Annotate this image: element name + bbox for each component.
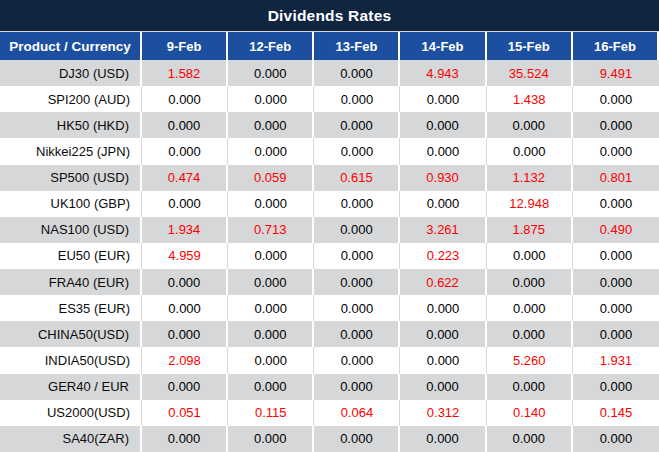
value-cell: 0.000	[142, 86, 228, 112]
table-row: CHINA50(USD)0.0000.0000.0000.0000.0000.0…	[0, 321, 659, 347]
value-cell: 0.000	[487, 426, 573, 452]
value-cell: 0.713	[228, 217, 314, 243]
value-cell: 0.000	[142, 191, 228, 217]
value-cell: 0.000	[314, 426, 400, 452]
value-cell: 0.000	[573, 269, 659, 295]
value-cell: 1.438	[487, 86, 573, 112]
value-cell: 0.051	[142, 400, 228, 426]
table-body: DJ30 (USD)1.5820.0000.0004.94335.5249.49…	[0, 60, 659, 452]
product-cell: CHINA50(USD)	[0, 321, 142, 347]
value-cell: 0.615	[314, 165, 400, 191]
value-cell: 0.000	[142, 374, 228, 400]
value-cell: 1.875	[487, 217, 573, 243]
date-header: 13-Feb	[314, 32, 400, 60]
value-cell: 0.000	[314, 86, 400, 112]
table-row: SPI200 (AUD)0.0000.0000.0000.0001.4380.0…	[0, 86, 659, 112]
value-cell: 0.000	[228, 112, 314, 138]
value-cell: 0.115	[228, 400, 314, 426]
value-cell: 0.000	[228, 426, 314, 452]
value-cell: 0.000	[314, 347, 400, 373]
value-cell: 1.934	[142, 217, 228, 243]
value-cell: 0.801	[573, 165, 659, 191]
value-cell: 0.000	[314, 321, 400, 347]
value-cell: 0.930	[400, 165, 486, 191]
value-cell: 0.000	[314, 60, 400, 86]
value-cell: 0.145	[573, 400, 659, 426]
value-cell: 0.000	[314, 269, 400, 295]
value-cell: 2.098	[142, 347, 228, 373]
value-cell: 0.000	[487, 269, 573, 295]
value-cell: 0.000	[142, 112, 228, 138]
table-row: SP500 (USD)0.4740.0590.6150.9301.1320.80…	[0, 165, 659, 191]
value-cell: 0.000	[228, 191, 314, 217]
table-row: ES35 (EUR)0.0000.0000.0000.0000.0000.000	[0, 295, 659, 321]
value-cell: 0.000	[228, 60, 314, 86]
value-cell: 0.000	[314, 191, 400, 217]
value-cell: 0.000	[573, 295, 659, 321]
value-cell: 5.260	[487, 347, 573, 373]
value-cell: 0.000	[228, 321, 314, 347]
value-cell: 0.474	[142, 165, 228, 191]
date-header: 14-Feb	[400, 32, 486, 60]
product-currency-header: Product / Currency	[0, 32, 142, 60]
table-row: UK100 (GBP)0.0000.0000.0000.00012.9480.0…	[0, 191, 659, 217]
value-cell: 0.000	[142, 269, 228, 295]
product-cell: Nikkei225 (JPN)	[0, 138, 142, 164]
dividends-rates-table: Dividends Rates Product / Currency 9-Feb…	[0, 0, 659, 452]
value-cell: 0.000	[142, 426, 228, 452]
date-header: 16-Feb	[573, 32, 659, 60]
value-cell: 0.000	[487, 243, 573, 269]
value-cell: 1.132	[487, 165, 573, 191]
value-cell: 0.000	[573, 321, 659, 347]
value-cell: 0.000	[573, 191, 659, 217]
value-cell: 0.064	[314, 400, 400, 426]
value-cell: 0.000	[400, 191, 486, 217]
value-cell: 0.000	[142, 295, 228, 321]
value-cell: 0.000	[573, 112, 659, 138]
value-cell: 1.931	[573, 347, 659, 373]
value-cell: 0.000	[228, 295, 314, 321]
value-cell: 0.059	[228, 165, 314, 191]
table-header-row: Product / Currency 9-Feb12-Feb13-Feb14-F…	[0, 32, 659, 60]
table-title: Dividends Rates	[0, 0, 659, 32]
value-cell: 0.000	[573, 138, 659, 164]
value-cell: 0.000	[228, 269, 314, 295]
value-cell: 0.000	[400, 86, 486, 112]
value-cell: 0.000	[487, 374, 573, 400]
value-cell: 0.000	[573, 86, 659, 112]
value-cell: 0.000	[400, 374, 486, 400]
value-cell: 0.000	[400, 321, 486, 347]
product-cell: UK100 (GBP)	[0, 191, 142, 217]
product-cell: SPI200 (AUD)	[0, 86, 142, 112]
value-cell: 0.000	[487, 138, 573, 164]
value-cell: 0.312	[400, 400, 486, 426]
value-cell: 0.000	[314, 374, 400, 400]
table-row: DJ30 (USD)1.5820.0000.0004.94335.5249.49…	[0, 60, 659, 86]
table-row: US2000(USD)0.0510.1150.0640.3120.1400.14…	[0, 400, 659, 426]
value-cell: 0.000	[142, 138, 228, 164]
value-cell: 0.000	[228, 347, 314, 373]
value-cell: 0.000	[314, 243, 400, 269]
value-cell: 0.000	[228, 243, 314, 269]
value-cell: 0.000	[228, 374, 314, 400]
date-header: 9-Feb	[142, 32, 228, 60]
value-cell: 0.000	[314, 138, 400, 164]
product-cell: EU50 (EUR)	[0, 243, 142, 269]
value-cell: 0.000	[142, 321, 228, 347]
table-row: Nikkei225 (JPN)0.0000.0000.0000.0000.000…	[0, 138, 659, 164]
table-row: EU50 (EUR)4.9590.0000.0000.2230.0000.000	[0, 243, 659, 269]
product-cell: FRA40 (EUR)	[0, 269, 142, 295]
table-row: INDIA50(USD)2.0980.0000.0000.0005.2601.9…	[0, 347, 659, 373]
date-header: 15-Feb	[487, 32, 573, 60]
value-cell: 0.000	[573, 374, 659, 400]
table-row: GER40 / EUR0.0000.0000.0000.0000.0000.00…	[0, 374, 659, 400]
value-cell: 0.000	[573, 426, 659, 452]
value-cell: 9.491	[573, 60, 659, 86]
value-cell: 0.000	[400, 426, 486, 452]
product-cell: SA40(ZAR)	[0, 426, 142, 452]
value-cell: 4.959	[142, 243, 228, 269]
value-cell: 0.000	[573, 243, 659, 269]
value-cell: 0.000	[228, 138, 314, 164]
value-cell: 0.000	[314, 112, 400, 138]
table-row: NAS100 (USD)1.9340.7130.0003.2611.8750.4…	[0, 217, 659, 243]
